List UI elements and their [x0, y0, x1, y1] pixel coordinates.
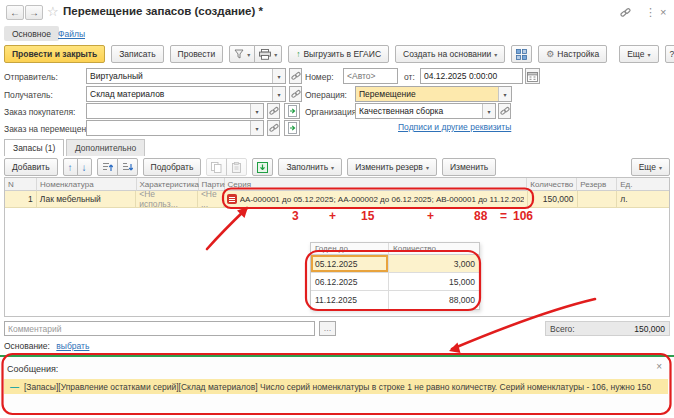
popup-header-valid-until: Годен до — [311, 243, 389, 255]
chain-icon — [620, 7, 631, 18]
table-row[interactable]: 1 Лак мебельный <Не использ... <Не ... А… — [5, 191, 669, 208]
comment-more-button[interactable]: … — [319, 321, 336, 336]
tab-files[interactable]: Файлы — [58, 29, 85, 39]
chevron-down-icon[interactable]: ▾ — [272, 69, 285, 83]
cell-reserve[interactable] — [578, 191, 618, 208]
comment-input[interactable] — [4, 321, 315, 336]
sort-descending-button[interactable] — [117, 158, 138, 176]
pick-button[interactable]: Подобрать — [143, 158, 202, 176]
organization-link-button[interactable] — [498, 103, 511, 119]
popup-row[interactable]: 06.12.2025 15,000 — [311, 273, 479, 291]
table-more-label: Еще — [639, 162, 656, 172]
tab-inventory[interactable]: Запасы (1) — [4, 139, 64, 156]
chevron-down-icon[interactable]: ▾ — [250, 104, 263, 118]
structure-report-button[interactable] — [511, 45, 532, 63]
cell-unit[interactable]: л. — [617, 191, 669, 208]
posting-menu-button[interactable]: ▾ — [229, 45, 255, 63]
header-n[interactable]: N — [5, 178, 37, 191]
receiver-link-button[interactable] — [289, 86, 302, 102]
popup-cell-date[interactable]: 06.12.2025 — [311, 273, 389, 291]
annotation-arrowhead-down — [449, 343, 461, 354]
paste-button[interactable] — [226, 158, 247, 176]
tab-main[interactable]: Основное — [4, 26, 59, 41]
copy-button[interactable] — [206, 158, 227, 176]
favorite-star-icon[interactable]: ☆ — [47, 4, 59, 19]
popup-row[interactable]: 05.12.2025 3,000 — [311, 255, 479, 273]
popup-row[interactable]: 11.12.2025 88,000 — [311, 291, 479, 309]
get-link-icon[interactable] — [620, 7, 631, 18]
move-down-button[interactable]: ↓ — [77, 158, 92, 176]
header-unit[interactable]: Ед. — [617, 178, 669, 191]
receiver-field[interactable]: Склад материалов ▾ — [86, 86, 286, 102]
cell-nomenclature[interactable]: Лак мебельный — [37, 191, 136, 208]
transfer-order-open-button[interactable] — [284, 120, 300, 136]
egais-upload-button[interactable]: ↑ Выгрузить в ЕГАИС — [288, 45, 389, 63]
save-button[interactable]: Записать — [111, 45, 163, 63]
fill-menu-button[interactable]: Заполнить ▾ — [278, 158, 342, 176]
tab-additional[interactable]: Дополнительно — [66, 139, 145, 156]
help-label: ? — [670, 49, 674, 59]
transfer-order-field[interactable]: ▾ — [86, 120, 264, 136]
header-quantity[interactable]: Количество — [527, 178, 577, 191]
popup-cell-qty[interactable]: 88,000 — [389, 291, 479, 309]
receiver-label: Получатель: — [4, 90, 53, 100]
popup-cell-date[interactable]: 11.12.2025 — [311, 291, 389, 309]
table-header-row: N Номенклатура Характеристика Партия Сер… — [5, 178, 669, 191]
nav-forward-button[interactable]: → — [25, 5, 43, 20]
operation-field[interactable]: Перемещение ▾ — [355, 86, 512, 102]
popup-cell-qty[interactable]: 3,000 — [389, 255, 479, 273]
settings-button[interactable]: ⚙ Настройка — [538, 45, 607, 63]
fill-series-button[interactable] — [252, 158, 273, 176]
chevron-down-icon[interactable]: ▾ — [498, 87, 511, 101]
table-more-button[interactable]: Еще ▾ — [631, 158, 670, 176]
date-field[interactable]: 04.12.2025 0:00:00 — [420, 68, 523, 84]
sender-link-button[interactable] — [289, 68, 302, 84]
window-close-icon[interactable]: × — [660, 6, 666, 18]
sender-label: Отправитель: — [4, 72, 58, 82]
print-menu-button[interactable]: ▾ — [254, 45, 282, 63]
post-button[interactable]: Провести — [170, 45, 224, 63]
inventory-transfer-window: ← → ☆ Перемещение запасов (создание) * ⋮… — [0, 0, 674, 418]
forward-arrow-icon: → — [29, 7, 39, 18]
messages-close-icon[interactable]: × — [656, 361, 662, 372]
chevron-down-icon[interactable]: ▾ — [272, 87, 285, 101]
header-nomenclature[interactable]: Номенклатура — [37, 178, 137, 191]
chevron-down-icon: ▾ — [247, 51, 250, 58]
popup-cell-date[interactable]: 05.12.2025 — [311, 255, 389, 273]
signatures-link[interactable]: Подписи и другие реквизиты — [398, 122, 511, 132]
chevron-down-icon[interactable]: ▾ — [250, 121, 263, 135]
save-label: Записать — [119, 49, 155, 59]
cell-characteristic[interactable]: <Не использ... — [136, 191, 198, 208]
post-and-close-button[interactable]: Провести и закрыть — [4, 45, 105, 63]
cell-series[interactable]: АА-000001 до 05.12.2025; АА-000002 до 06… — [224, 191, 528, 208]
number-input[interactable] — [343, 68, 398, 84]
customer-order-field[interactable]: ▾ — [86, 103, 264, 119]
chevron-down-icon[interactable]: ▾ — [482, 104, 495, 118]
change-button[interactable]: Изменить — [442, 158, 496, 176]
transfer-order-link-button[interactable] — [267, 120, 280, 136]
fill-down-icon — [257, 162, 268, 173]
help-button[interactable]: ? — [665, 45, 674, 63]
popup-cell-qty[interactable]: 15,000 — [389, 273, 479, 291]
chevron-down-icon: ▾ — [331, 164, 334, 171]
calendar-button[interactable] — [525, 68, 540, 84]
window-menu-icon[interactable]: ⋮ — [645, 6, 656, 19]
more-button[interactable]: Еще ▾ — [619, 45, 658, 63]
basis-select-link[interactable]: выбрать — [56, 341, 89, 351]
header-series[interactable]: Серия — [225, 178, 528, 191]
cell-batch[interactable]: <Не ... — [198, 191, 224, 208]
sort-ascending-button[interactable] — [97, 158, 118, 176]
message-row[interactable]: — [Запасы][Управление остатками серий][С… — [4, 379, 668, 394]
cell-quantity[interactable]: 150,000 — [528, 191, 578, 208]
add-row-button[interactable]: Добавить — [4, 158, 58, 176]
customer-order-open-button[interactable] — [284, 103, 300, 119]
nav-back-button[interactable]: ← — [6, 5, 24, 20]
move-up-button[interactable]: ↑ — [63, 158, 78, 176]
change-reserve-button[interactable]: Изменить резерв ▾ — [347, 158, 437, 176]
create-based-on-button[interactable]: Создать на основании ▾ — [395, 45, 505, 63]
header-reserve[interactable]: Резерв — [577, 178, 617, 191]
open-document-icon — [287, 105, 298, 117]
customer-order-link-button[interactable] — [267, 103, 280, 119]
sender-field[interactable]: Виртуальный ▾ — [86, 68, 286, 84]
organization-field[interactable]: Качественная сборка ▾ — [355, 103, 496, 119]
